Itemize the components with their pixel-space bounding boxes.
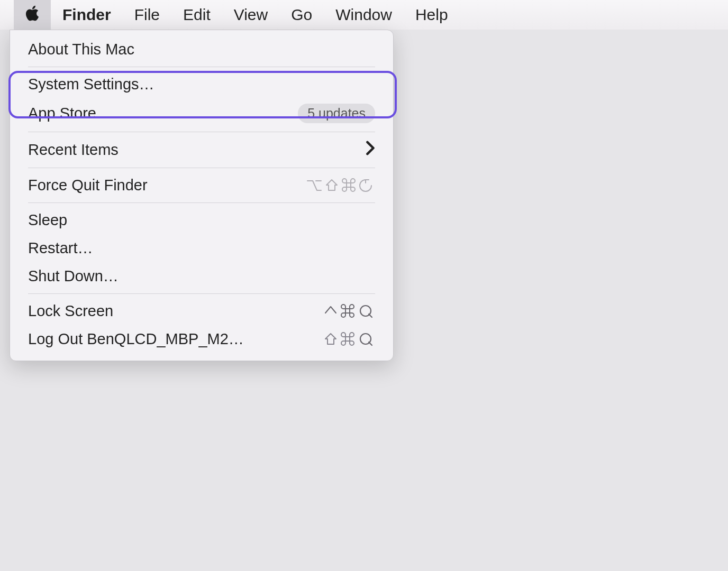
menu-separator <box>28 202 375 203</box>
menu-separator <box>28 168 375 168</box>
menubar-go[interactable]: Go <box>279 0 324 30</box>
keyboard-shortcut <box>323 331 375 347</box>
menu-force-quit[interactable]: Force Quit Finder <box>10 171 393 199</box>
menubar-edit[interactable]: Edit <box>171 0 222 30</box>
chevron-right-icon <box>366 141 375 159</box>
menu-item-label: Sleep <box>28 211 375 229</box>
menubar-view[interactable]: View <box>222 0 279 30</box>
menu-sleep[interactable]: Sleep <box>10 206 393 234</box>
menu-item-label: Log Out BenQLCD_MBP_M2… <box>28 330 323 348</box>
apple-menu-button[interactable] <box>14 0 51 30</box>
menubar-help[interactable]: Help <box>404 0 460 30</box>
menu-separator <box>28 293 375 294</box>
menu-app-store[interactable]: App Store… 5 updates <box>10 98 393 128</box>
menu-separator <box>28 132 375 132</box>
menubar-window[interactable]: Window <box>324 0 404 30</box>
menu-item-label: About This Mac <box>28 41 375 58</box>
menu-recent-items[interactable]: Recent Items <box>10 135 393 164</box>
updates-badge: 5 updates <box>298 104 375 123</box>
keyboard-shortcut <box>306 178 375 194</box>
menu-separator <box>28 67 375 67</box>
keyboard-shortcut <box>323 303 375 319</box>
menu-about-this-mac[interactable]: About This Mac <box>10 35 393 63</box>
menubar-file[interactable]: File <box>123 0 171 30</box>
menu-item-label: App Store… <box>28 105 298 122</box>
menu-shut-down[interactable]: Shut Down… <box>10 262 393 290</box>
menu-system-settings[interactable]: System Settings… <box>10 70 393 98</box>
menu-item-label: Lock Screen <box>28 302 323 320</box>
menu-log-out[interactable]: Log Out BenQLCD_MBP_M2… <box>10 325 393 353</box>
menubar-app-name[interactable]: Finder <box>51 0 123 30</box>
apple-menu-dropdown: About This Mac System Settings… App Stor… <box>10 30 394 361</box>
menu-item-label: Restart… <box>28 240 375 257</box>
menu-item-label: Shut Down… <box>28 268 375 285</box>
apple-logo-icon <box>24 4 40 26</box>
menu-lock-screen[interactable]: Lock Screen <box>10 297 393 325</box>
menu-restart[interactable]: Restart… <box>10 234 393 262</box>
menu-item-label: Recent Items <box>28 141 366 159</box>
menu-item-label: Force Quit Finder <box>28 177 306 194</box>
menubar: Finder File Edit View Go Window Help <box>0 0 728 30</box>
menu-item-label: System Settings… <box>28 76 375 93</box>
